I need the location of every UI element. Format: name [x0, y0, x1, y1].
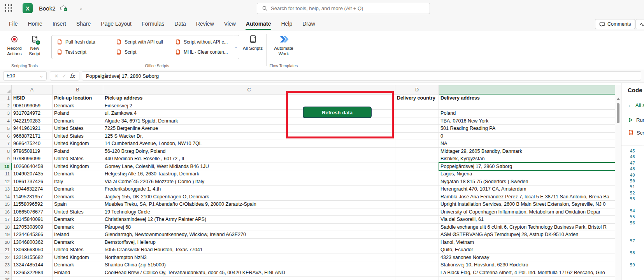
- cell[interactable]: 9686475240: [12, 140, 53, 148]
- cell[interactable]: HSID: [12, 94, 53, 102]
- cell[interactable]: 4323 sanones Norway: [439, 254, 615, 262]
- cell[interactable]: Denmark: [53, 186, 103, 193]
- cell[interactable]: Spain: [53, 201, 103, 208]
- row-header-15[interactable]: 15: [0, 201, 12, 208]
- cell[interactable]: [439, 276, 615, 280]
- tab-page-layout[interactable]: Page Layout: [96, 16, 137, 31]
- tab-help[interactable]: Help: [276, 16, 297, 31]
- scroll-up-arrow-icon[interactable]: [617, 98, 620, 100]
- cell[interactable]: [395, 140, 439, 148]
- cell[interactable]: Northampton NzN3: [103, 254, 395, 262]
- record-actions-button[interactable]: Record Actions: [4, 34, 25, 56]
- office-script-item[interactable]: Script: [116, 47, 165, 57]
- cell[interactable]: Pårupvej 68: [103, 224, 395, 231]
- row-header-12[interactable]: 12: [0, 178, 12, 186]
- cell[interactable]: [12, 276, 53, 280]
- column-header-a[interactable]: A: [12, 85, 53, 94]
- tab-draw[interactable]: Draw: [297, 16, 320, 31]
- row-header-1[interactable]: 1: [0, 94, 12, 102]
- tab-data[interactable]: Data: [169, 16, 191, 31]
- column-header-c[interactable]: C: [103, 85, 395, 94]
- cell[interactable]: United Kingdom: [53, 163, 103, 171]
- cell[interactable]: [395, 276, 439, 280]
- cell[interactable]: CoolHead Brew / Collico Oy, Tervahaudank…: [103, 269, 395, 277]
- cell[interactable]: Rambla José Ana Fernández Pérez 7, local…: [439, 193, 615, 201]
- cell[interactable]: 13063663050: [12, 246, 53, 254]
- tab-home[interactable]: Home: [23, 16, 47, 31]
- document-title[interactable]: Book2: [39, 5, 56, 12]
- cell[interactable]: [395, 201, 439, 208]
- automate-work-button[interactable]: Automate Work: [270, 34, 297, 56]
- office-script-item[interactable]: Script without API c...: [175, 37, 228, 47]
- tab-file[interactable]: File: [4, 16, 23, 31]
- cell[interactable]: Via dei Savorelli, 61: [439, 216, 615, 224]
- tab-share[interactable]: Share: [71, 16, 96, 31]
- row-header-7[interactable]: 7: [0, 140, 12, 148]
- row-header-18[interactable]: 18: [0, 224, 12, 231]
- cell[interactable]: Helgeshøj Alle 16, 2630 Taastrup, Denmar…: [103, 170, 395, 178]
- row-header-25[interactable]: 25: [0, 276, 12, 280]
- cell[interactable]: [395, 125, 439, 133]
- cell[interactable]: University of Copenhagen Inflammation, M…: [439, 208, 615, 216]
- cell[interactable]: Pick-up location: [53, 94, 103, 102]
- cell[interactable]: United States: [53, 246, 103, 254]
- cell[interactable]: [395, 186, 439, 193]
- office-script-item[interactable]: Script with API call: [116, 37, 165, 47]
- title-chevron-down-icon[interactable]: ⌄: [79, 6, 83, 10]
- cell[interactable]: 9317024972: [12, 110, 53, 117]
- column-header-b[interactable]: B: [53, 85, 103, 94]
- row-header-5[interactable]: 5: [0, 125, 12, 133]
- cell[interactable]: 125 S Wacker Dr,: [103, 133, 395, 140]
- cell[interactable]: [395, 110, 439, 117]
- cell[interactable]: 0: [439, 133, 615, 140]
- cell[interactable]: [439, 102, 615, 110]
- row-header-4[interactable]: 4: [0, 117, 12, 125]
- cell[interactable]: 7225 Bergenline Avenue: [103, 125, 395, 133]
- cell[interactable]: Delivery address: [439, 94, 615, 102]
- cell[interactable]: Nygatan 18 815 75 (Söderfors ) Sweden: [439, 178, 615, 186]
- cell[interactable]: 9798096099: [12, 155, 53, 163]
- formula-input[interactable]: Poppelgårdsvej 17, 2860 Søborg: [82, 71, 641, 80]
- cell[interactable]: 12705308909: [12, 224, 53, 231]
- cell[interactable]: NA: [439, 140, 615, 148]
- cell[interactable]: United Kingdom: [53, 140, 103, 148]
- tab-formulas[interactable]: Formulas: [137, 16, 169, 31]
- cell[interactable]: Bernstorffsvej, Hellerup: [103, 239, 395, 247]
- all-scripts-back-link[interactable]: ← All scripts: [628, 102, 644, 108]
- refresh-data-button[interactable]: Refresh data: [303, 107, 372, 118]
- cell[interactable]: [103, 276, 395, 280]
- cell[interactable]: 10861737426: [12, 178, 53, 186]
- cell[interactable]: [395, 269, 439, 277]
- office-script-item[interactable]: Pull fresh data: [56, 37, 106, 47]
- cell[interactable]: [395, 148, 439, 156]
- row-header-21[interactable]: 21: [0, 246, 12, 254]
- cell[interactable]: [395, 117, 439, 125]
- cell[interactable]: 9422190283: [12, 117, 53, 125]
- cell[interactable]: Denmark: [53, 224, 103, 231]
- gallery-expand-button[interactable]: ⌄: [233, 35, 239, 59]
- cell[interactable]: Midtager 29, 2605 Brøndby, Danmark: [439, 148, 615, 156]
- cell[interactable]: [53, 276, 103, 280]
- cell[interactable]: Poland: [439, 110, 615, 117]
- cell[interactable]: Algade 34, 6971 Spjald, Denmark: [103, 117, 395, 125]
- cell[interactable]: Finland: [53, 269, 103, 277]
- cell[interactable]: United Kingdom: [53, 254, 103, 262]
- insert-function-fx-icon[interactable]: fx: [70, 73, 75, 79]
- cell[interactable]: [395, 254, 439, 262]
- cell[interactable]: Saddle exchange ulit 6 cUnit 6, Crypton …: [439, 224, 615, 231]
- cell[interactable]: Denmark: [53, 239, 103, 247]
- cell[interactable]: United States: [53, 125, 103, 133]
- cell[interactable]: [395, 178, 439, 186]
- cell[interactable]: 12344645366: [12, 231, 53, 239]
- comments-button[interactable]: Comments: [595, 19, 635, 29]
- cell[interactable]: 19 Technology Circle: [103, 208, 395, 216]
- cell[interactable]: 11558096592: [12, 201, 53, 208]
- cell[interactable]: Upright Installation Services, 2600 B Ma…: [439, 201, 615, 208]
- row-header-17[interactable]: 17: [0, 216, 12, 224]
- tab-review[interactable]: Review: [191, 16, 219, 31]
- vertical-scrollbar[interactable]: [615, 85, 621, 280]
- cell[interactable]: [395, 216, 439, 224]
- run-script-button[interactable]: Run: [628, 117, 644, 123]
- cell[interactable]: 13046800362: [12, 239, 53, 247]
- cell[interactable]: 10665076677: [12, 208, 53, 216]
